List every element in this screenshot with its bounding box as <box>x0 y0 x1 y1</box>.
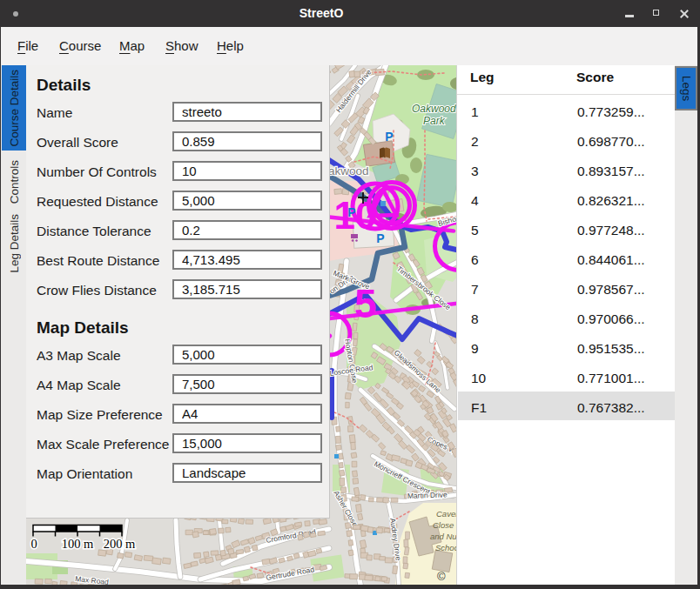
svg-text:©: © <box>437 570 446 583</box>
svg-text:Oakwood: Oakwood <box>412 103 456 115</box>
svg-text:P: P <box>376 231 384 245</box>
svg-text:0: 0 <box>30 537 37 551</box>
svg-text:200 m: 200 m <box>104 537 136 551</box>
svg-text:P: P <box>347 205 355 219</box>
svg-text:100 m: 100 m <box>62 537 94 551</box>
svg-text:P: P <box>385 130 393 144</box>
svg-text:Park: Park <box>423 115 446 127</box>
svg-text:Martin Drive: Martin Drive <box>407 490 448 500</box>
svg-text:akwood: akwood <box>328 164 369 177</box>
